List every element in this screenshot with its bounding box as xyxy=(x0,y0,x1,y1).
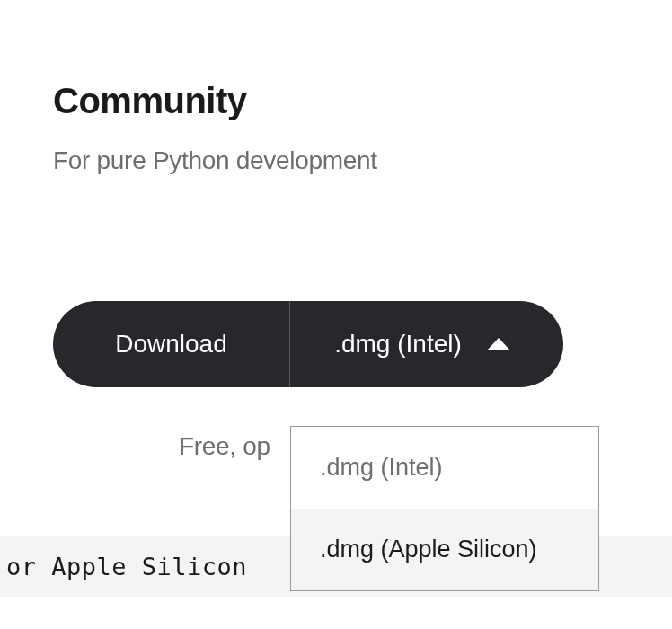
download-button[interactable]: Download xyxy=(53,301,290,387)
dropdown-option-intel[interactable]: .dmg (Intel) xyxy=(291,427,598,509)
dropdown-option-apple-silicon[interactable]: .dmg (Apple Silicon) xyxy=(291,509,598,590)
download-button-group: Download .dmg (Intel) xyxy=(53,301,563,387)
banner-text: or Apple Silicon xyxy=(6,553,247,580)
free-text-partial: Free, op xyxy=(179,432,270,461)
format-dropdown-button[interactable]: .dmg (Intel) xyxy=(290,301,563,387)
edition-heading: Community xyxy=(53,81,672,121)
edition-subtitle: For pure Python development xyxy=(53,146,672,175)
selected-format-label: .dmg (Intel) xyxy=(334,330,462,359)
format-dropdown-menu: .dmg (Intel) .dmg (Apple Silicon) xyxy=(290,426,599,591)
chevron-up-icon xyxy=(487,338,510,350)
